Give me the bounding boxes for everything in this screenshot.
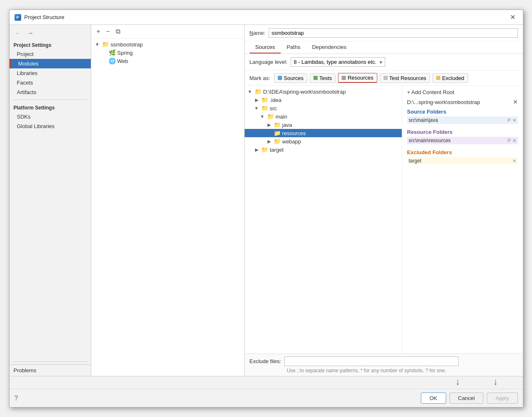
- main-content: ← → Project Settings Project Modules Lib…: [10, 25, 523, 376]
- target-folder-icon: 📁: [261, 146, 268, 153]
- file-tree-java[interactable]: ▶ 📁 java: [245, 121, 402, 129]
- mark-resources-label: Resources: [347, 75, 373, 81]
- nav-back-button[interactable]: ←: [13, 28, 24, 38]
- excluded-folder-remove-icon[interactable]: ✕: [513, 158, 516, 164]
- expand-target-icon[interactable]: ▶: [254, 147, 260, 153]
- expand-main-icon[interactable]: ▼: [260, 114, 265, 119]
- mark-as-label: Mark as:: [250, 75, 270, 81]
- cancel-button[interactable]: Cancel: [449, 393, 483, 404]
- lang-level-select[interactable]: 8 - Lambdas, type annotations etc.: [291, 57, 385, 67]
- expand-root-icon[interactable]: ▼: [95, 42, 100, 47]
- file-tree-src[interactable]: ▼ 📁 src: [245, 104, 402, 112]
- name-input[interactable]: [269, 28, 518, 38]
- sidebar-item-project[interactable]: Project: [10, 49, 91, 59]
- tree-root-item[interactable]: ▼ 📁 ssmbootstrap: [91, 40, 244, 48]
- expand-java-icon[interactable]: ▶: [266, 122, 272, 128]
- sources-dot: [278, 76, 282, 80]
- spring-icon: 🌿: [109, 49, 116, 56]
- excluded-folder-icons: ✕: [513, 158, 516, 164]
- apply-button[interactable]: Apply: [487, 393, 518, 404]
- content-root-remove-button[interactable]: ✕: [513, 99, 518, 105]
- tabs-row: Sources Paths Dependencies: [245, 41, 523, 54]
- source-folder-icons: P ✕: [508, 118, 516, 123]
- nav-forward-button[interactable]: →: [25, 28, 36, 38]
- expand-root-ft-icon[interactable]: ▼: [247, 89, 253, 94]
- excluded-folder-path: target: [409, 158, 422, 164]
- module-toolbar: + − ⧉: [91, 25, 244, 39]
- help-button[interactable]: ?: [15, 395, 18, 402]
- sidebar-item-global-libraries[interactable]: Global Libraries: [10, 121, 91, 131]
- sidebar-item-libraries[interactable]: Libraries: [10, 68, 91, 78]
- mark-as-row: Mark as: Sources Tests Resources Test Re…: [245, 70, 523, 86]
- project-settings-label: Project Settings: [10, 40, 91, 49]
- mark-test-resources-button[interactable]: Test Resources: [380, 73, 430, 83]
- name-label: Name:: [250, 30, 265, 36]
- mark-sources-button[interactable]: Sources: [274, 73, 307, 83]
- footer-area: ↓ ↓ ? OK Cancel Apply: [10, 376, 523, 407]
- sidebar-item-problems[interactable]: Problems: [10, 364, 91, 376]
- sidebar-item-modules[interactable]: Modules: [10, 59, 91, 68]
- remove-module-button[interactable]: −: [104, 27, 112, 36]
- main-folder-icon: 📁: [267, 113, 274, 120]
- file-tree-webapp-label: webapp: [282, 138, 398, 145]
- file-tree-idea[interactable]: ▶ 📁 .idea: [245, 96, 402, 104]
- tests-dot: [313, 76, 318, 80]
- resource-folder-entry: src\main\resources P ✕: [407, 137, 518, 144]
- app-icon: P: [15, 14, 21, 21]
- bottom-bar: Exclude files: Use ; to separate name pa…: [245, 354, 523, 376]
- file-tree-webapp[interactable]: ▶ 📁 webapp: [245, 137, 402, 145]
- expand-webapp-icon[interactable]: ▶: [266, 139, 272, 144]
- resource-folder-remove-icon[interactable]: ✕: [513, 138, 516, 143]
- resource-folder-icons: P ✕: [508, 138, 516, 143]
- source-folders-section: Source Folders src\main\java P ✕: [407, 109, 518, 124]
- add-module-button[interactable]: +: [95, 27, 102, 36]
- exclude-files-label: Exclude files:: [250, 358, 282, 364]
- source-folder-edit-icon[interactable]: P: [508, 118, 510, 123]
- sidebar-item-artifacts[interactable]: Artifacts: [10, 87, 91, 97]
- exclude-hint: Use ; to separate name patterns, * for a…: [287, 368, 518, 373]
- add-content-root-button[interactable]: + Add Content Root: [407, 89, 518, 95]
- close-button[interactable]: ✕: [508, 13, 518, 22]
- file-tree-panel: ▼ 📁 D:\IDEA\spring-work\ssmbootstrap ▶ 📁…: [245, 86, 402, 354]
- expand-idea-icon[interactable]: ▶: [254, 97, 260, 103]
- idea-folder-icon: 📁: [261, 97, 268, 103]
- tab-sources[interactable]: Sources: [250, 41, 281, 53]
- file-tree-resources[interactable]: 📁 resources: [245, 129, 402, 137]
- module-tree: ▼ 📁 ssmbootstrap 🌿 Spring 🌐 Web: [91, 39, 244, 376]
- sidebar-item-facets[interactable]: Facets: [10, 78, 91, 87]
- source-folder-path-java: src\main\java: [409, 117, 438, 123]
- arrow-apply-indicator: ↓: [493, 376, 498, 387]
- root-folder-icon: 📁: [102, 41, 109, 48]
- ok-button[interactable]: OK: [421, 393, 446, 404]
- src-folder-icon: 📁: [261, 105, 268, 112]
- exclude-files-input[interactable]: [284, 356, 459, 366]
- lang-level-select-wrap[interactable]: 8 - Lambdas, type annotations etc.: [291, 57, 385, 67]
- lang-level-label: Language level:: [250, 59, 288, 65]
- exclude-files-row: Exclude files:: [250, 356, 518, 366]
- mark-excluded-label: Excluded: [442, 75, 464, 81]
- source-folder-remove-icon[interactable]: ✕: [513, 118, 516, 123]
- file-tree-main[interactable]: ▼ 📁 main: [245, 112, 402, 121]
- resource-folders-title: Resource Folders: [407, 129, 518, 135]
- tree-web-item[interactable]: 🌐 Web: [91, 57, 244, 65]
- sidebar-item-sdks[interactable]: SDKs: [10, 112, 91, 121]
- mark-resources-button[interactable]: Resources: [338, 73, 377, 83]
- detail-panel: Name: Sources Paths Dependencies Languag…: [245, 25, 523, 376]
- tree-spring-item[interactable]: 🌿 Spring: [91, 48, 244, 57]
- excluded-dot: [436, 76, 440, 80]
- dialog-footer: ? OK Cancel Apply: [10, 389, 523, 407]
- mark-tests-label: Tests: [319, 75, 332, 81]
- expand-src-icon[interactable]: ▼: [254, 106, 260, 111]
- mark-tests-button[interactable]: Tests: [310, 73, 335, 83]
- tab-dependencies[interactable]: Dependencies: [306, 41, 352, 53]
- tab-paths[interactable]: Paths: [281, 41, 306, 53]
- resource-folders-section: Resource Folders src\main\resources P ✕: [407, 129, 518, 144]
- mark-excluded-button[interactable]: Excluded: [432, 73, 468, 83]
- resource-folder-edit-icon[interactable]: P: [508, 138, 510, 143]
- copy-module-button[interactable]: ⧉: [114, 27, 122, 36]
- file-tree-target[interactable]: ▶ 📁 target: [245, 145, 402, 154]
- excluded-folder-entry: target ✕: [407, 157, 518, 165]
- tree-spring-label: Spring: [117, 50, 241, 56]
- file-tree-root[interactable]: ▼ 📁 D:\IDEA\spring-work\ssmbootstrap: [245, 87, 402, 96]
- arrow-ok-indicator: ↓: [456, 376, 460, 387]
